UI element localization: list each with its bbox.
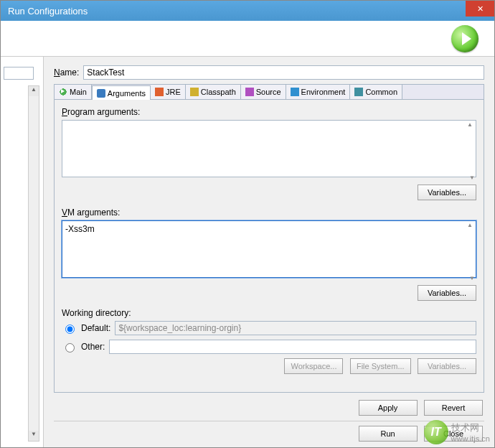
- window-title: Run Configurations: [8, 6, 88, 17]
- tab-main[interactable]: Main: [55, 85, 92, 99]
- source-icon: [245, 88, 254, 96]
- working-dir-other-label: Other:: [81, 342, 105, 352]
- tab-common[interactable]: Common: [350, 85, 402, 99]
- chevron-up-icon: ▲: [465, 121, 475, 128]
- name-label: Name:: [54, 67, 79, 78]
- chevron-down-icon: ▼: [469, 275, 475, 281]
- chevron-up-icon: ▲: [465, 222, 475, 228]
- run-button[interactable]: Run: [359, 426, 418, 442]
- working-dir-default-radio[interactable]: [65, 325, 75, 334]
- jre-icon: [155, 88, 164, 96]
- dialog-banner: [1, 21, 494, 57]
- separator: [54, 421, 484, 421]
- tab-classpath[interactable]: Classpath: [186, 85, 241, 99]
- tab-environment[interactable]: Environment: [286, 85, 351, 99]
- chevron-down-icon: ▼: [469, 174, 475, 181]
- name-input[interactable]: [83, 65, 484, 80]
- vm-args-variables-button[interactable]: Variables...: [418, 285, 476, 301]
- tab-source[interactable]: Source: [241, 85, 286, 99]
- close-button[interactable]: Close: [424, 426, 483, 442]
- scroll-down-icon[interactable]: ▼: [29, 431, 39, 441]
- program-args-variables-button[interactable]: Variables...: [418, 185, 476, 200]
- program-args-label: Program arguments:: [62, 107, 476, 117]
- arguments-panel: Program arguments: ▲▼ Variables... VM ar…: [54, 100, 484, 393]
- window-close-button[interactable]: ✕: [466, 1, 494, 17]
- close-icon: ✕: [477, 4, 484, 14]
- config-editor-pane: Name: Main Arguments JRE Classpath Sourc…: [44, 57, 494, 447]
- file-system-button[interactable]: File System...: [350, 358, 411, 374]
- working-dir-default-label: Default:: [81, 323, 110, 333]
- working-dir-default-input: [115, 321, 476, 335]
- config-tree-pane: ▲ ▼: [1, 57, 44, 447]
- vm-args-label: VM arguments:: [62, 207, 476, 218]
- run-icon: [451, 25, 478, 52]
- vm-args-textarea[interactable]: -Xss3m: [62, 220, 476, 278]
- apply-button[interactable]: Apply: [359, 400, 418, 416]
- common-icon: [354, 88, 363, 96]
- environment-icon: [291, 88, 299, 96]
- tab-jre[interactable]: JRE: [151, 85, 186, 99]
- filter-input[interactable]: [4, 67, 34, 80]
- arguments-icon: [97, 89, 105, 98]
- workspace-button[interactable]: Workspace...: [284, 358, 343, 374]
- tab-arguments[interactable]: Arguments: [92, 85, 151, 100]
- working-dir-variables-button[interactable]: Variables...: [418, 358, 476, 374]
- working-dir-label: Working directory:: [62, 308, 476, 318]
- tab-bar: Main Arguments JRE Classpath Source Envi…: [54, 84, 484, 100]
- main-icon: [59, 88, 67, 96]
- classpath-icon: [190, 88, 199, 96]
- tree-scrollbar[interactable]: ▲ ▼: [28, 85, 39, 442]
- scroll-up-icon[interactable]: ▲: [29, 86, 39, 96]
- working-dir-other-input[interactable]: [109, 340, 476, 354]
- working-dir-other-radio[interactable]: [65, 343, 75, 353]
- title-bar: Run Configurations ✕: [1, 1, 494, 21]
- program-args-textarea[interactable]: [62, 120, 476, 177]
- revert-button[interactable]: Revert: [424, 400, 483, 416]
